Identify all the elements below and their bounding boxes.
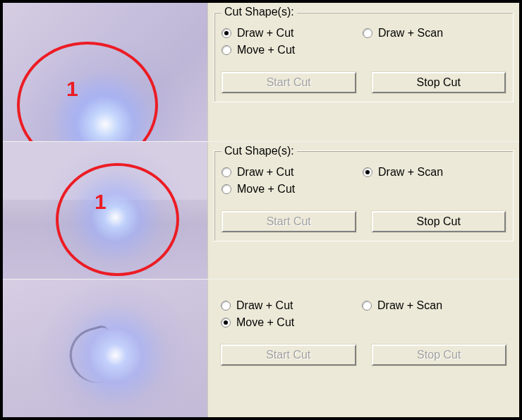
- cut-shapes-panel: Draw + Cut Draw + Scan Move + Cut Start …: [207, 280, 519, 417]
- radio-row: Move + Cut: [221, 316, 506, 329]
- radio-row: Draw + Cut Draw + Scan: [221, 299, 506, 312]
- radio-draw-scan[interactable]: Draw + Scan: [362, 299, 503, 312]
- annotation-label: 1: [66, 77, 78, 101]
- radio-dot-icon: [221, 28, 231, 38]
- button-row: Start Cut Stop Cut: [221, 344, 506, 366]
- example-row: Draw + Cut Draw + Scan Move + Cut Start …: [3, 279, 519, 417]
- microscope-image: [3, 280, 207, 417]
- radio-label: Draw + Cut: [237, 166, 293, 179]
- stop-cut-button[interactable]: Stop Cut: [372, 344, 507, 366]
- radio-row: Draw + Cut Draw + Scan: [221, 27, 506, 40]
- app-frame: 1 Cut Shape(s): Draw + Cut Draw + Scan: [3, 3, 519, 417]
- radio-draw-scan[interactable]: Draw + Scan: [363, 27, 504, 40]
- radio-draw-cut[interactable]: Draw + Cut: [221, 27, 363, 40]
- cut-shapes-group: Draw + Cut Draw + Scan Move + Cut Start …: [214, 282, 514, 374]
- microscope-view: [3, 280, 207, 417]
- radio-dot-icon: [221, 301, 231, 311]
- radio-label: Move + Cut: [237, 44, 295, 56]
- microscope-view: 1: [3, 3, 207, 141]
- radio-dot-icon: [363, 167, 372, 177]
- example-row: 1 Cut Shape(s): Draw + Cut Draw + Scan: [3, 141, 519, 280]
- radio-draw-cut[interactable]: Draw + Cut: [221, 299, 362, 312]
- example-row: 1 Cut Shape(s): Draw + Cut Draw + Scan: [3, 3, 519, 141]
- microscope-view: 1: [3, 142, 207, 280]
- group-legend: Cut Shape(s):: [221, 6, 297, 18]
- radio-dot-icon: [221, 45, 231, 55]
- radio-dot-icon: [221, 167, 231, 177]
- radio-draw-scan[interactable]: Draw + Scan: [363, 166, 504, 179]
- stop-cut-button[interactable]: Stop Cut: [372, 211, 506, 232]
- radio-label: Draw + Cut: [237, 27, 293, 40]
- cut-shapes-panel: Cut Shape(s): Draw + Cut Draw + Scan Mov…: [207, 142, 519, 280]
- cut-shapes-panel: Cut Shape(s): Draw + Cut Draw + Scan Mov…: [207, 3, 519, 141]
- group-legend: Cut Shape(s):: [221, 145, 297, 157]
- radio-label: Draw + Scan: [378, 27, 443, 40]
- radio-label: Draw + Scan: [377, 299, 442, 312]
- annotation-label: 1: [95, 190, 107, 214]
- radio-row: Draw + Cut Draw + Scan: [221, 166, 506, 179]
- radio-label: Move + Cut: [237, 183, 295, 196]
- radio-row: Move + Cut: [221, 44, 506, 56]
- radio-move-cut[interactable]: Move + Cut: [221, 44, 363, 56]
- radio-move-cut[interactable]: Move + Cut: [221, 183, 363, 196]
- start-cut-button[interactable]: Start Cut: [221, 72, 356, 93]
- start-cut-button[interactable]: Start Cut: [221, 211, 356, 232]
- button-row: Start Cut Stop Cut: [221, 72, 506, 93]
- radio-dot-icon: [221, 184, 231, 194]
- stop-cut-button[interactable]: Stop Cut: [372, 72, 506, 93]
- radio-draw-cut[interactable]: Draw + Cut: [221, 166, 363, 179]
- radio-row: Move + Cut: [221, 183, 506, 196]
- radio-dot-icon: [363, 28, 372, 38]
- annotation-circle: [56, 163, 179, 276]
- radio-dot-icon: [362, 301, 372, 311]
- radio-dot-icon: [221, 318, 231, 328]
- start-cut-button[interactable]: Start Cut: [221, 344, 356, 366]
- radio-label: Draw + Scan: [378, 166, 443, 179]
- radio-move-cut[interactable]: Move + Cut: [221, 316, 362, 329]
- radio-label: Move + Cut: [236, 316, 294, 329]
- button-row: Start Cut Stop Cut: [221, 211, 506, 232]
- radio-label: Draw + Cut: [236, 299, 293, 312]
- cut-shapes-group: Cut Shape(s): Draw + Cut Draw + Scan Mov…: [214, 6, 514, 102]
- cut-shapes-group: Cut Shape(s): Draw + Cut Draw + Scan Mov…: [214, 145, 514, 241]
